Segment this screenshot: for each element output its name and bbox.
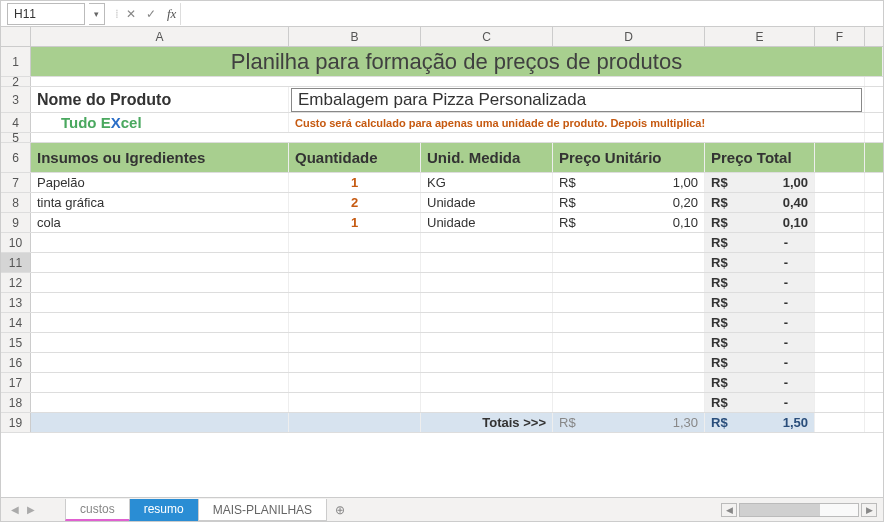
cell-insumo[interactable] xyxy=(31,273,289,292)
cell-qty[interactable]: 1 xyxy=(289,213,421,232)
row-header-12[interactable]: 12 xyxy=(1,273,31,292)
cell-price[interactable] xyxy=(553,333,705,352)
header-unidade[interactable]: Unid. Medida xyxy=(421,143,553,172)
row-header-11[interactable]: 11 xyxy=(1,253,31,272)
cell-price[interactable] xyxy=(553,393,705,412)
row-header-18[interactable]: 18 xyxy=(1,393,31,412)
cell-insumo[interactable]: tinta gráfica xyxy=(31,193,289,212)
cell-qty[interactable]: 2 xyxy=(289,193,421,212)
product-label[interactable]: Nome do Produto xyxy=(31,87,289,112)
cell-total[interactable]: R$0,40 xyxy=(705,193,815,212)
cell[interactable] xyxy=(815,213,865,232)
cell-qty[interactable] xyxy=(289,353,421,372)
accept-formula-button[interactable]: ✓ xyxy=(143,7,159,21)
header-quantidade[interactable]: Quantidade xyxy=(289,143,421,172)
cell-price[interactable] xyxy=(553,353,705,372)
cell[interactable] xyxy=(31,77,865,86)
totals-final-sum[interactable]: R$1,50 xyxy=(705,413,815,432)
cell-qty[interactable] xyxy=(289,273,421,292)
header-preco-total[interactable]: Preço Total xyxy=(705,143,815,172)
cell-total[interactable]: R$1,00 xyxy=(705,173,815,192)
cell-qty[interactable] xyxy=(289,373,421,392)
cell[interactable] xyxy=(31,413,289,432)
cell-insumo[interactable] xyxy=(31,313,289,332)
cell-total[interactable]: R$- xyxy=(705,333,815,352)
row-header-10[interactable]: 10 xyxy=(1,233,31,252)
cell[interactable] xyxy=(815,193,865,212)
row-header-9[interactable]: 9 xyxy=(1,213,31,232)
cell[interactable] xyxy=(815,373,865,392)
cell[interactable] xyxy=(815,353,865,372)
cell[interactable] xyxy=(815,143,865,172)
cell-price[interactable] xyxy=(553,233,705,252)
cell-unit[interactable] xyxy=(421,393,553,412)
scroll-left-button[interactable]: ◀ xyxy=(721,503,737,517)
cell-price[interactable] xyxy=(553,293,705,312)
cell-insumo[interactable] xyxy=(31,233,289,252)
formula-input[interactable] xyxy=(180,3,883,25)
sheet-nav-prev[interactable]: ◀ xyxy=(11,504,19,515)
name-box-dropdown[interactable]: ▾ xyxy=(89,3,105,25)
cell[interactable] xyxy=(815,253,865,272)
cell-insumo[interactable]: cola xyxy=(31,213,289,232)
col-header-d[interactable]: D xyxy=(553,27,705,46)
cell-qty[interactable]: 1 xyxy=(289,173,421,192)
col-header-f[interactable]: F xyxy=(815,27,865,46)
cell-insumo[interactable] xyxy=(31,353,289,372)
cell-price[interactable] xyxy=(553,373,705,392)
product-name-input[interactable]: Embalagem para Pizza Personalizada xyxy=(291,88,862,112)
cell[interactable] xyxy=(815,393,865,412)
cell-price[interactable] xyxy=(553,273,705,292)
cell-unit[interactable]: KG xyxy=(421,173,553,192)
row-header-1[interactable]: 1 xyxy=(1,47,31,76)
cell[interactable] xyxy=(815,333,865,352)
cell-insumo[interactable] xyxy=(31,293,289,312)
row-header-5[interactable]: 5 xyxy=(1,133,31,142)
cell-price[interactable] xyxy=(553,253,705,272)
scroll-thumb[interactable] xyxy=(740,504,820,516)
row-header-13[interactable]: 13 xyxy=(1,293,31,312)
cell-total[interactable]: R$- xyxy=(705,373,815,392)
cell-total[interactable]: R$- xyxy=(705,293,815,312)
cell-unit[interactable] xyxy=(421,253,553,272)
row-header-8[interactable]: 8 xyxy=(1,193,31,212)
cell-unit[interactable] xyxy=(421,273,553,292)
row-header-2[interactable]: 2 xyxy=(1,77,31,86)
cell-unit[interactable] xyxy=(421,353,553,372)
sheet-nav-next[interactable]: ▶ xyxy=(27,504,35,515)
sheet-tab-resumo[interactable]: resumo xyxy=(129,499,199,521)
cell-price[interactable]: R$1,00 xyxy=(553,173,705,192)
cell-unit[interactable] xyxy=(421,373,553,392)
sheet-title[interactable]: Planilha para formação de preços de prod… xyxy=(31,47,883,76)
col-header-b[interactable]: B xyxy=(289,27,421,46)
cell-qty[interactable] xyxy=(289,333,421,352)
row-header-3[interactable]: 3 xyxy=(1,87,31,112)
row-header-15[interactable]: 15 xyxy=(1,333,31,352)
cell[interactable] xyxy=(815,273,865,292)
cell-qty[interactable] xyxy=(289,313,421,332)
cell[interactable] xyxy=(815,233,865,252)
cell[interactable] xyxy=(31,133,865,142)
cell-total[interactable]: R$- xyxy=(705,233,815,252)
header-insumos[interactable]: Insumos ou Igredientes xyxy=(31,143,289,172)
cell-unit[interactable] xyxy=(421,333,553,352)
cell-unit[interactable]: Unidade xyxy=(421,213,553,232)
cell-total[interactable]: R$- xyxy=(705,273,815,292)
col-header-a[interactable]: A xyxy=(31,27,289,46)
cell[interactable] xyxy=(815,313,865,332)
cell[interactable] xyxy=(289,413,421,432)
add-sheet-button[interactable]: ⊕ xyxy=(326,499,354,521)
cell-total[interactable]: R$- xyxy=(705,313,815,332)
cell-total[interactable]: R$- xyxy=(705,393,815,412)
cell-insumo[interactable]: Papelão xyxy=(31,173,289,192)
select-all-corner[interactable] xyxy=(1,27,31,46)
cell[interactable] xyxy=(815,173,865,192)
cell-price[interactable] xyxy=(553,313,705,332)
cell-total[interactable]: R$- xyxy=(705,253,815,272)
cell-total[interactable]: R$- xyxy=(705,353,815,372)
cell[interactable] xyxy=(815,413,865,432)
cell-qty[interactable] xyxy=(289,293,421,312)
cancel-formula-button[interactable]: ✕ xyxy=(123,7,139,21)
row-header-7[interactable]: 7 xyxy=(1,173,31,192)
header-preco-unit[interactable]: Preço Unitário xyxy=(553,143,705,172)
